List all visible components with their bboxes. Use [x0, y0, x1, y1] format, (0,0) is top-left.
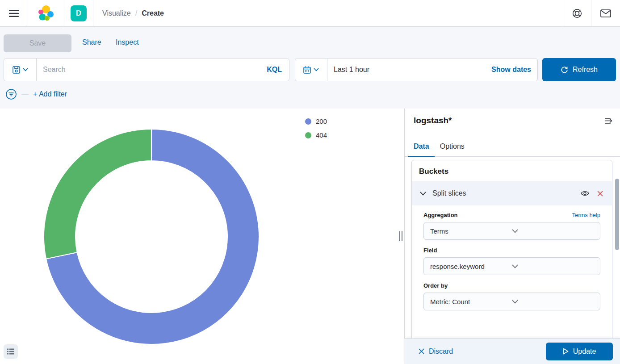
query-bar: KQL — [4, 58, 289, 81]
panel-resizer[interactable] — [398, 109, 404, 364]
toolbar-zone: Save Share Inspect KQL — [0, 27, 620, 109]
breadcrumb-create: Create — [142, 9, 164, 17]
remove-bucket-button[interactable] — [596, 190, 604, 197]
tab-options[interactable]: Options — [435, 137, 470, 157]
chart-legend: 200 404 — [305, 117, 327, 139]
refresh-label: Refresh — [573, 66, 598, 74]
chevron-down-icon — [314, 68, 319, 71]
app-header: D Visualize / Create — [0, 0, 620, 27]
order-by-select[interactable]: Metric: Count — [423, 293, 600, 310]
save-query-icon — [13, 66, 20, 74]
help-section — [563, 0, 591, 26]
save-button[interactable]: Save — [4, 34, 71, 52]
hamburger-icon — [9, 10, 19, 17]
aggregation-select[interactable]: Terms — [423, 222, 600, 240]
field-value: response.keyword — [430, 263, 512, 270]
play-icon — [563, 348, 569, 355]
chevron-down-icon — [512, 229, 594, 233]
newsfeed-section — [591, 0, 620, 26]
elastic-logo[interactable] — [34, 2, 58, 25]
discard-button[interactable]: Discard — [419, 347, 453, 356]
update-label: Update — [573, 347, 596, 356]
bucket-form: Aggregation Terms help Terms Field — [412, 205, 612, 310]
breadcrumb: Visualize / Create — [100, 9, 164, 17]
order-by-label: Order by — [423, 282, 448, 289]
newsfeed-button[interactable] — [598, 7, 614, 20]
chart-area: 200 404 — [0, 109, 398, 364]
order-by-field: Order by Metric: Count — [423, 282, 600, 310]
date-picker: Last 1 hour Show dates — [295, 58, 538, 81]
breadcrumb-separator: / — [135, 9, 137, 17]
chevron-down-icon — [512, 300, 594, 304]
legend-item-200[interactable]: 200 — [305, 117, 327, 125]
breadcrumb-visualize[interactable]: Visualize — [102, 9, 131, 17]
hamburger-menu-button[interactable] — [6, 7, 21, 20]
close-icon — [419, 348, 424, 354]
field-label: Field — [423, 247, 437, 254]
panel-footer: Discard Update — [404, 338, 620, 364]
list-icon — [7, 348, 14, 355]
legend-swatch — [305, 132, 311, 138]
split-slices-accordion[interactable]: Split slices — [412, 181, 612, 205]
buckets-card: Buckets Split slices — [411, 160, 612, 345]
refresh-button[interactable]: Refresh — [542, 58, 616, 81]
donut-chart — [0, 109, 398, 364]
aggregation-label: Aggregation — [423, 212, 458, 218]
share-button[interactable]: Share — [82, 38, 101, 46]
query-language-button[interactable]: KQL — [260, 59, 289, 81]
add-filter-button[interactable]: + Add filter — [33, 90, 67, 98]
panel-scrollbar[interactable] — [615, 179, 619, 250]
split-slices-label: Split slices — [432, 189, 574, 197]
visualize-editor-app: D Visualize / Create — [0, 0, 620, 364]
discard-label: Discard — [429, 347, 453, 356]
legend-label: 404 — [316, 131, 327, 139]
filter-icon — [5, 88, 17, 100]
search-input[interactable] — [37, 59, 260, 81]
order-by-value: Metric: Count — [430, 298, 512, 305]
pie-slice-404[interactable] — [44, 129, 151, 259]
logo-section — [28, 0, 64, 26]
legend-toggle-button[interactable] — [4, 344, 18, 359]
time-range-value[interactable]: Last 1 hour — [327, 59, 485, 81]
index-pattern-title: logstash* — [414, 116, 452, 126]
chevron-down-icon — [512, 264, 594, 268]
help-button[interactable] — [570, 6, 585, 21]
aggregation-value: Terms — [430, 227, 512, 235]
field-field: Field response.keyword — [423, 247, 600, 275]
eye-icon — [581, 190, 589, 197]
legend-label: 200 — [316, 117, 327, 125]
saved-query-menu-button[interactable] — [4, 59, 37, 81]
field-select[interactable]: response.keyword — [423, 257, 600, 275]
inspect-button[interactable]: Inspect — [116, 38, 139, 46]
legend-swatch — [305, 118, 311, 125]
show-dates-button[interactable]: Show dates — [485, 59, 537, 81]
elastic-logo-icon — [37, 5, 55, 22]
data-config-panel: logstash* Data Options Buckets Spl — [404, 109, 620, 364]
buckets-title: Buckets — [412, 160, 612, 181]
panel-tabs: Data Options — [405, 137, 620, 157]
calendar-icon — [303, 66, 311, 74]
collapse-panel-button[interactable] — [602, 115, 616, 127]
legend-item-404[interactable]: 404 — [305, 131, 327, 139]
chevron-down-icon — [23, 68, 28, 71]
menu-section — [0, 0, 28, 26]
menu-right-icon — [605, 117, 613, 124]
filter-options-button[interactable] — [5, 88, 17, 100]
accordion-actions — [580, 189, 604, 197]
close-icon — [597, 191, 603, 197]
aggregation-field: Aggregation Terms help Terms — [423, 212, 600, 240]
refresh-icon — [561, 66, 568, 74]
terms-help-link[interactable]: Terms help — [572, 212, 600, 218]
space-avatar[interactable]: D — [71, 5, 87, 21]
help-icon — [572, 8, 582, 18]
filter-bar: + Add filter — [5, 88, 67, 101]
update-button[interactable]: Update — [546, 343, 613, 360]
toggle-visibility-button[interactable] — [580, 189, 590, 197]
quick-select-time-button[interactable] — [295, 59, 327, 81]
space-section: D — [64, 0, 93, 26]
filter-separator — [21, 94, 29, 95]
chevron-down-icon — [420, 192, 426, 196]
breadcrumb-section: Visualize / Create — [93, 0, 170, 26]
header-right — [563, 0, 620, 26]
tab-data[interactable]: Data — [408, 137, 435, 157]
